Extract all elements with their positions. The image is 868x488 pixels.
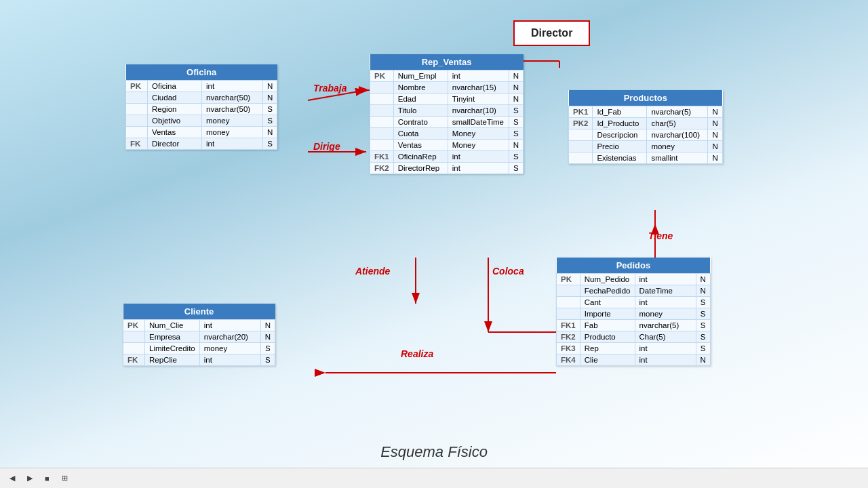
table-row: FK1Fabnvarchar(5)S	[557, 320, 711, 331]
rel-trabaja: Trabaja	[313, 83, 347, 94]
table-row: FK2ProductoChar(5)S	[557, 331, 711, 343]
table-row: FKDirectorintS	[126, 138, 277, 150]
table-row: LimiteCreditomoneyS	[123, 343, 275, 354]
table-row: PKNum_EmplintN	[370, 70, 524, 82]
table-pedidos-title: Pedidos	[557, 258, 711, 274]
table-productos: Productos PK1Id_Fabnvarchar(5)N PK2Id_Pr…	[568, 90, 723, 164]
rel-tiene: Tiene	[648, 230, 673, 241]
rel-dirige: Dirige	[313, 141, 340, 152]
toolbar-btn-grid[interactable]: ⊞	[59, 472, 71, 484]
table-row: CantintS	[557, 297, 711, 308]
table-oficina: Oficina PKOficinaintN Ciudadnvarchar(50)…	[125, 64, 277, 150]
rel-coloca: Coloca	[492, 266, 524, 277]
table-cliente: Cliente PKNum_ClieintN Empresanvarchar(2…	[123, 304, 275, 366]
director-label: Director	[531, 27, 572, 39]
toolbar-btn-prev[interactable]: ◀	[7, 472, 18, 484]
page-title: Esquema Físico	[380, 443, 488, 461]
table-row: FK3RepintS	[557, 343, 711, 354]
table-row: FechaPedidoDateTimeN	[557, 285, 711, 297]
table-row: VentasmoneyN	[126, 127, 277, 138]
table-rep-ventas-title: Rep_Ventas	[370, 54, 524, 70]
table-row: PK2Id_Productochar(5)N	[569, 118, 723, 129]
table-pedidos: Pedidos PKNum_PedidointN FechaPedidoDate…	[556, 258, 711, 366]
table-row: Descripcionnvarchar(100)N	[569, 129, 723, 141]
rel-realiza: Realiza	[401, 348, 433, 359]
diagram-area: Director Oficina PKOficinaintN Ciudadnva…	[0, 0, 868, 488]
table-row: PKOficinaintN	[126, 81, 277, 92]
rel-atiende: Atiende	[355, 266, 390, 277]
table-row: EdadTinyintN	[370, 94, 524, 105]
table-rep-ventas: Rep_Ventas PKNum_EmplintN Nombrenvarchar…	[370, 54, 524, 174]
director-box: Director	[513, 20, 590, 46]
toolbar-btn-next[interactable]: ▶	[24, 472, 35, 484]
table-row: Empresanvarchar(20)N	[123, 331, 275, 343]
table-row: PK1Id_Fabnvarchar(5)N	[569, 106, 723, 118]
table-row: Nombrenvarchar(15)N	[370, 82, 524, 94]
table-row: Regionnvarchar(50)S	[126, 104, 277, 115]
table-productos-title: Productos	[569, 90, 723, 106]
table-row: PKNum_PedidointN	[557, 274, 711, 285]
table-row: Titulonvarchar(10)S	[370, 105, 524, 117]
table-row: ImportemoneyS	[557, 308, 711, 320]
table-oficina-title: Oficina	[126, 64, 277, 81]
table-row: CuotaMoneyS	[370, 128, 524, 140]
table-row: FKRepClieintS	[123, 354, 275, 366]
table-row: PreciomoneyN	[569, 141, 723, 152]
table-cliente-title: Cliente	[123, 304, 275, 320]
table-row: ExistenciassmallintN	[569, 152, 723, 164]
table-row: Ciudadnvarchar(50)N	[126, 92, 277, 104]
toolbar-btn-stop[interactable]: ■	[42, 473, 52, 484]
table-row: ObjetivomoneyS	[126, 115, 277, 127]
table-row: FK4ClieintN	[557, 354, 711, 366]
table-row: FK1OficinaRepintS	[370, 151, 524, 163]
table-row: FK2DirectorRepintS	[370, 163, 524, 174]
bottom-toolbar: ◀ ▶ ■ ⊞	[0, 468, 868, 488]
table-row: ContratosmallDateTimeS	[370, 117, 524, 128]
table-row: PKNum_ClieintN	[123, 320, 275, 331]
table-row: VentasMoneyN	[370, 140, 524, 151]
